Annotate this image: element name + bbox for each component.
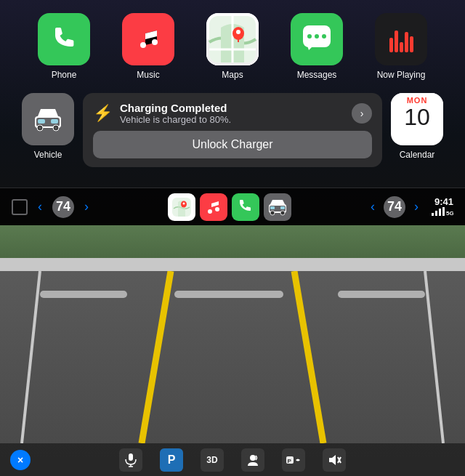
svg-line-39 bbox=[294, 271, 323, 443]
calendar-label: Calendar bbox=[400, 150, 435, 160]
mic-button[interactable] bbox=[119, 448, 142, 472]
nav-center-icons bbox=[168, 193, 291, 221]
app-messages[interactable]: Messages bbox=[291, 13, 343, 80]
nowplaying-label: Now Playing bbox=[377, 70, 426, 80]
nav-time: 9:41 bbox=[434, 196, 453, 207]
music-label: Music bbox=[137, 70, 159, 80]
nav-left-arrow[interactable]: ‹ bbox=[35, 196, 45, 217]
nav-maps-icon[interactable] bbox=[168, 193, 195, 221]
calendar-item[interactable]: MON 10 Calendar bbox=[391, 93, 443, 160]
nav-right-left-arrow[interactable]: ‹ bbox=[368, 196, 378, 217]
maps-icon[interactable] bbox=[206, 13, 259, 65]
app-phone[interactable]: Phone bbox=[38, 13, 90, 80]
vehicle-icon[interactable] bbox=[22, 93, 74, 145]
svg-rect-31 bbox=[432, 213, 434, 216]
svg-point-9 bbox=[307, 34, 312, 39]
svg-point-11 bbox=[322, 34, 326, 39]
notification-text: Charging Completed Vehicle is charged to… bbox=[120, 102, 344, 125]
nav-signal: 5G bbox=[432, 207, 453, 217]
nav-vehicle-icon[interactable] bbox=[264, 193, 291, 221]
svg-rect-27 bbox=[270, 206, 275, 209]
svg-rect-32 bbox=[435, 211, 437, 216]
camera-controls-bar: × P 3D P bbox=[0, 443, 465, 476]
svg-line-38 bbox=[142, 271, 171, 443]
chevron-right-icon[interactable]: › bbox=[352, 103, 372, 124]
svg-point-7 bbox=[236, 30, 240, 34]
nav-left: ‹ 74 › bbox=[12, 196, 92, 218]
messages-icon[interactable] bbox=[291, 13, 343, 65]
svg-point-0 bbox=[140, 42, 146, 48]
app-nowplaying[interactable]: Now Playing bbox=[375, 13, 427, 80]
music-icon[interactable] bbox=[122, 13, 174, 65]
svg-line-37 bbox=[425, 271, 443, 443]
voice-button[interactable] bbox=[241, 448, 264, 472]
bolt-icon: ⚡ bbox=[93, 104, 113, 123]
close-button[interactable]: × bbox=[10, 450, 31, 470]
nav-home-button[interactable] bbox=[12, 199, 28, 215]
svg-rect-40 bbox=[129, 453, 133, 461]
svg-point-1 bbox=[152, 39, 158, 45]
svg-rect-28 bbox=[280, 206, 285, 209]
svg-point-22 bbox=[183, 202, 185, 204]
parking-button[interactable]: P bbox=[160, 448, 183, 472]
carplay-panel: Phone Music bbox=[0, 0, 465, 225]
svg-rect-15 bbox=[51, 119, 58, 124]
svg-point-43 bbox=[250, 455, 256, 461]
svg-point-30 bbox=[280, 211, 285, 215]
unlock-charger-button[interactable]: Unlock Charger bbox=[93, 131, 372, 158]
nav-music-icon[interactable] bbox=[200, 193, 227, 221]
notification-header: ⚡ Charging Completed Vehicle is charged … bbox=[93, 102, 372, 125]
parking-lot-view bbox=[0, 225, 465, 476]
app-maps[interactable]: Maps bbox=[206, 13, 259, 80]
nav-right: ‹ 74 › 9:41 5G bbox=[368, 196, 453, 218]
parking-lines-svg bbox=[0, 271, 465, 443]
app-music[interactable]: Music bbox=[122, 13, 174, 80]
nav-bar: ‹ 74 › ‹ 74 › 9:41 bbox=[0, 187, 465, 225]
calendar-month-day: MON bbox=[391, 93, 443, 105]
svg-point-10 bbox=[315, 34, 319, 39]
svg-rect-34 bbox=[442, 207, 445, 216]
svg-point-29 bbox=[270, 211, 275, 215]
vehicle-label: Vehicle bbox=[34, 150, 62, 160]
parking-logo: P bbox=[160, 448, 183, 472]
notification-card: ⚡ Charging Completed Vehicle is charged … bbox=[83, 93, 382, 167]
calendar-icon[interactable]: MON 10 bbox=[391, 93, 443, 145]
vehicle-item[interactable]: Vehicle bbox=[22, 93, 74, 160]
nav-right-arrow[interactable]: › bbox=[411, 196, 421, 217]
svg-point-19 bbox=[54, 126, 57, 129]
3d-label: 3D bbox=[206, 455, 217, 465]
mute-button[interactable] bbox=[323, 448, 346, 472]
svg-text:P: P bbox=[288, 458, 292, 464]
svg-point-24 bbox=[215, 207, 219, 211]
svg-rect-14 bbox=[38, 119, 45, 124]
nav-left-right-arrow[interactable]: › bbox=[81, 196, 92, 217]
calendar-day-num: 10 bbox=[404, 105, 430, 130]
svg-text:5G: 5G bbox=[446, 210, 453, 216]
svg-rect-33 bbox=[439, 209, 441, 216]
svg-line-36 bbox=[22, 271, 40, 443]
messages-label: Messages bbox=[297, 70, 337, 80]
phone-icon[interactable] bbox=[38, 13, 90, 65]
notification-title: Charging Completed bbox=[120, 102, 344, 114]
app-icons-row: Phone Music bbox=[0, 0, 465, 87]
nav-left-number: 74 bbox=[52, 196, 74, 218]
camera-section: × P 3D P bbox=[0, 225, 465, 476]
maps-label: Maps bbox=[222, 70, 243, 80]
green-area bbox=[0, 225, 465, 262]
pa-button[interactable]: P bbox=[282, 448, 305, 472]
notification-subtitle: Vehicle is charged to 80%. bbox=[120, 114, 344, 125]
curb bbox=[0, 258, 465, 271]
3d-button[interactable]: 3D bbox=[201, 448, 224, 472]
nav-right-number: 74 bbox=[384, 196, 405, 218]
nowplaying-icon[interactable] bbox=[375, 13, 427, 65]
phone-label: Phone bbox=[52, 70, 77, 80]
svg-point-18 bbox=[39, 126, 41, 129]
nav-phone-icon[interactable] bbox=[232, 193, 259, 221]
middle-row: Vehicle ⚡ Charging Completed Vehicle is … bbox=[0, 87, 465, 173]
svg-point-23 bbox=[208, 209, 212, 214]
